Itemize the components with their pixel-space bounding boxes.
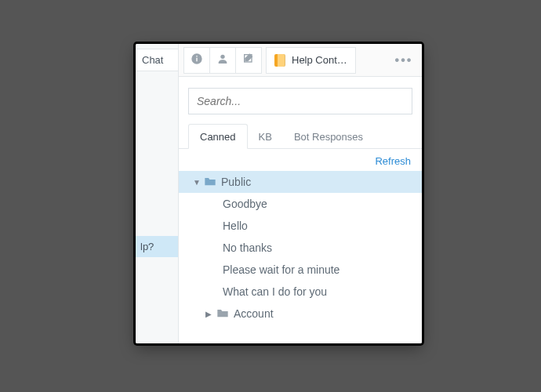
tab-kb[interactable]: KB [248,125,283,148]
refresh-row: Refresh [179,149,422,171]
chevron-down-icon: ▼ [193,178,199,187]
kb-title: Help Cont… [292,54,347,66]
svg-rect-2 [196,56,197,56]
tabs: Canned KB Bot Responses [179,122,422,149]
svg-rect-1 [196,57,197,61]
folder-public[interactable]: ▼ Public [179,171,422,193]
left-strip: Chat lp? [136,44,179,343]
user-button[interactable] [209,47,236,74]
sidebar-item-chat[interactable]: Chat [136,49,178,71]
book-icon [274,54,285,67]
compose-icon [242,53,255,68]
tab-canned[interactable]: Canned [188,124,248,149]
toolbar: Help Cont… ••• [179,44,422,77]
panel: Chat lp? Help Cont… [136,44,422,343]
more-icon: ••• [395,53,413,67]
kb-selector[interactable]: Help Cont… [266,47,356,74]
folder-icon [216,307,229,321]
canned-item[interactable]: Please wait for a minute [179,259,422,281]
search-row [179,77,422,122]
folder-open-icon [204,176,216,189]
canned-item[interactable]: Hello [179,215,422,237]
chevron-right-icon: ▶ [205,310,212,318]
sidebar-item-help[interactable]: lp? [136,236,178,257]
refresh-link[interactable]: Refresh [375,155,411,167]
compose-button[interactable] [235,47,262,74]
info-icon [191,53,203,68]
info-button[interactable] [183,47,210,74]
folder-label: Account [234,307,274,320]
canned-item[interactable]: No thanks [179,237,422,259]
tab-bot-responses[interactable]: Bot Responses [283,125,374,148]
tree: ▼ Public Goodbye Hello No thanks Please … [179,171,422,325]
user-icon [216,53,229,68]
more-button[interactable]: ••• [390,47,417,74]
svg-point-3 [220,54,224,58]
search-input[interactable] [188,88,412,114]
right-pane: Help Cont… ••• Canned KB Bot Responses R… [179,44,422,343]
folder-label: Public [221,176,251,188]
folder-account[interactable]: ▶ Account [179,303,422,325]
canned-item[interactable]: Goodbye [179,193,422,215]
canned-item[interactable]: What can I do for you [179,281,422,303]
